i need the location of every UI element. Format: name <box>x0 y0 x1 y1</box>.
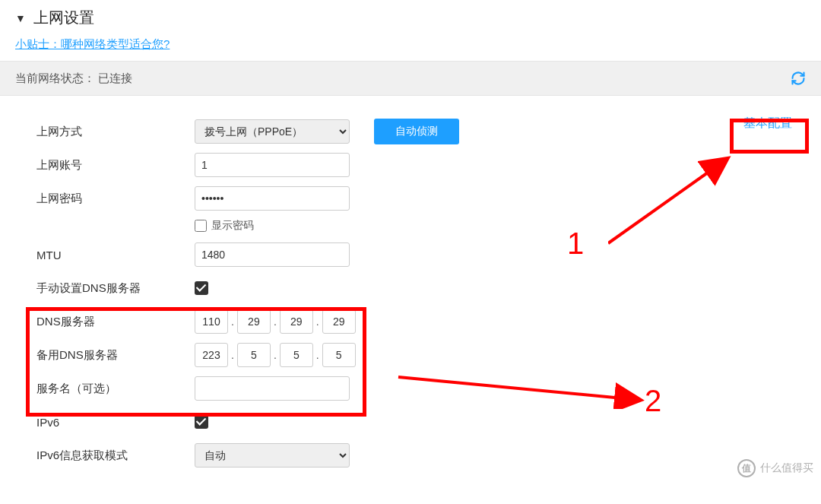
ipv6-mode-select[interactable]: 自动 <box>195 443 350 468</box>
label-alt-dns: 备用DNS服务器 <box>36 348 195 363</box>
tip-link[interactable]: 小贴士：哪种网络类型适合您? <box>15 37 170 50</box>
password-input[interactable] <box>195 186 350 211</box>
mtu-input[interactable] <box>195 242 350 267</box>
form-area: 基本配置 上网方式 拨号上网（PPPoE） 自动侦测 上网账号 上网密码 显示密… <box>0 96 821 483</box>
alt-dns-octet-1[interactable] <box>195 343 228 367</box>
ip-dot: . <box>274 315 277 328</box>
refresh-icon[interactable] <box>791 71 806 86</box>
alt-dns-octet-3[interactable] <box>280 343 313 367</box>
dns-octet-4[interactable] <box>322 309 356 334</box>
label-ipv6-mode: IPv6信息获取模式 <box>36 449 195 463</box>
label-account: 上网账号 <box>36 158 195 173</box>
service-input[interactable] <box>195 376 350 401</box>
label-method: 上网方式 <box>36 125 195 139</box>
ip-dot: . <box>316 349 319 361</box>
label-dns: DNS服务器 <box>36 315 195 329</box>
label-password: 上网密码 <box>36 192 195 206</box>
alt-dns-octet-2[interactable] <box>237 343 271 367</box>
basic-config-link[interactable]: 基本配置 <box>736 111 800 136</box>
annotation-number-2: 2 <box>645 384 661 418</box>
show-password-checkbox[interactable] <box>195 220 207 232</box>
label-manual-dns: 手动设置DNS服务器 <box>36 281 195 296</box>
alt-dns-octet-4[interactable] <box>322 343 356 367</box>
auto-detect-button[interactable]: 自动侦测 <box>374 119 459 144</box>
collapse-arrow-icon: ▼ <box>15 12 26 24</box>
section-header[interactable]: ▼ 上网设置 <box>0 0 821 34</box>
status-text: 当前网络状态： 已连接 <box>15 71 132 86</box>
ip-dot: . <box>274 349 277 361</box>
ipv6-checkbox[interactable] <box>195 415 208 429</box>
ip-dot: . <box>231 315 234 328</box>
manual-dns-checkbox[interactable] <box>195 281 208 295</box>
status-bar: 当前网络状态： 已连接 <box>0 61 821 96</box>
section-title: 上网设置 <box>33 8 94 28</box>
ip-dot: . <box>316 315 319 328</box>
watermark-text: 什么值得买 <box>760 461 813 475</box>
method-select[interactable]: 拨号上网（PPPoE） <box>195 119 350 144</box>
show-password-label: 显示密码 <box>211 219 254 233</box>
account-input[interactable] <box>195 153 350 177</box>
dns-octet-3[interactable] <box>280 309 313 334</box>
annotation-number-1: 1 <box>567 227 584 261</box>
ip-dot: . <box>231 349 234 361</box>
label-service: 服务名（可选） <box>36 382 195 396</box>
label-mtu: MTU <box>36 249 195 262</box>
dns-octet-2[interactable] <box>237 309 271 334</box>
watermark-badge-icon: 值 <box>737 459 756 477</box>
dns-octet-1[interactable] <box>195 309 228 334</box>
label-ipv6: IPv6 <box>36 416 195 429</box>
watermark: 值 什么值得买 <box>737 459 813 477</box>
